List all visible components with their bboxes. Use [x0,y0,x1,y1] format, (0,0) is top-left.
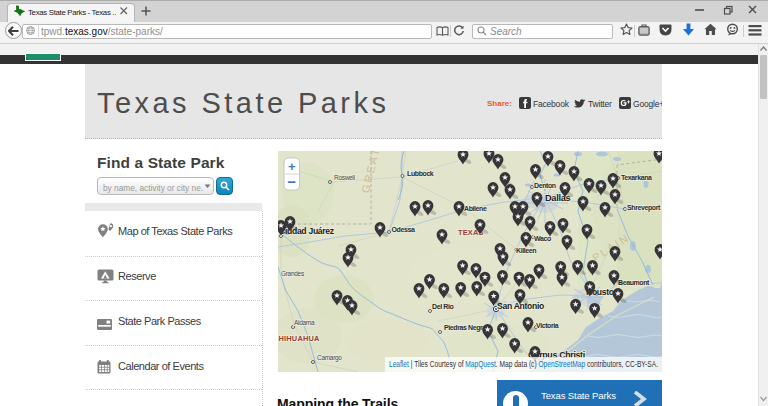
svg-text:Roswell: Roswell [334,174,356,181]
svg-text:Denton: Denton [534,182,556,189]
svg-text:Aldama: Aldama [294,319,315,326]
svg-text:Killeen: Killeen [516,247,536,254]
svg-text:Del Rio: Del Rio [432,303,453,310]
svg-text:Waco: Waco [534,235,551,242]
svg-text:Odessa: Odessa [392,226,415,233]
svg-text:−: − [287,173,296,190]
svg-text:Shreveport: Shreveport [627,204,661,212]
svg-text:Lubbock: Lubbock [407,170,434,177]
svg-text:Beaumont: Beaumont [618,279,650,286]
svg-text:+: + [288,159,296,174]
svg-text:Abilene: Abilene [464,205,487,212]
svg-text:Camargo: Camargo [317,354,342,362]
svg-text:Victoria: Victoria [536,322,559,329]
svg-text:Leaflet | Tiles Courtesy of Ma: Leaflet | Tiles Courtesy of MapQuest. Ma… [389,359,658,369]
svg-text:Grandes: Grandes [281,270,305,277]
svg-text:Texarkana: Texarkana [621,174,652,181]
svg-text:CHIHUAHUA: CHIHUAHUA [278,334,320,343]
